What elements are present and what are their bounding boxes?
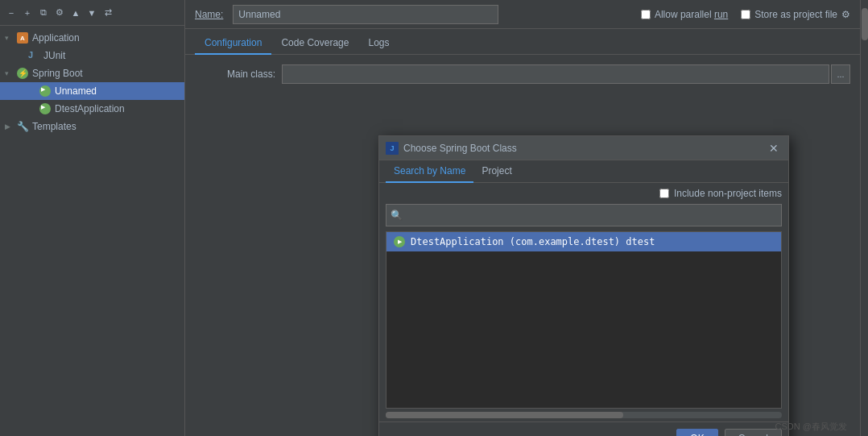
spring-run-icon [393, 235, 406, 248]
app-icon: A [16, 31, 29, 44]
allow-parallel-run-label: Allow parallel run [655, 9, 728, 20]
dialog-scrollbar[interactable] [386, 412, 782, 418]
spring-boot-icon: ⚡ [16, 67, 29, 80]
junit-icon: J [27, 49, 40, 62]
sidebar-item-label: Unnamed [55, 85, 97, 97]
cancel-button[interactable]: Cancel [725, 429, 782, 436]
result-text: DtestApplication (com.example.dtest) dte… [411, 236, 655, 247]
sidebar-item-label: Application [32, 32, 80, 44]
sidebar-item-application[interactable]: ▾ A Application [0, 29, 184, 47]
tab-logs[interactable]: Logs [358, 32, 399, 55]
config-content: Main class: ... J Choose Spring Boot Cla… [185, 55, 860, 436]
run-config-icon [39, 85, 52, 98]
sidebar-item-templates[interactable]: ▶ 🔧 Templates [0, 118, 184, 135]
add-icon[interactable]: + [21, 6, 34, 19]
scrollbar-track [861, 0, 868, 436]
sidebar-item-spring-boot[interactable]: ▾ ⚡ Spring Boot [0, 64, 184, 82]
wrench-icon: 🔧 [16, 120, 29, 133]
minus-icon[interactable]: − [5, 6, 18, 19]
ok-button[interactable]: OK [676, 429, 717, 436]
sidebar: − + ⧉ ⚙ ▲ ▼ ⇄ ▾ A Application J JUnit ▾ [0, 0, 185, 436]
sidebar-item-label: JUnit [43, 50, 65, 61]
copy-icon[interactable]: ⧉ [37, 6, 50, 19]
dialog-tab-project[interactable]: Project [473, 160, 519, 183]
arrow-icon: ▶ [5, 122, 16, 131]
sidebar-item-label: DtestApplication [55, 103, 125, 114]
sidebar-item-dtest-application[interactable]: DtestApplication [0, 100, 184, 118]
store-as-project-file-group: Store as project file ⚙ [741, 9, 850, 20]
allow-parallel-run-group: Allow parallel run [641, 9, 728, 20]
sidebar-item-unnamed[interactable]: Unnamed [0, 82, 184, 100]
dialog-options-row: Include non-project items [379, 183, 788, 204]
dialog-title: Choose Spring Boot Class [403, 143, 766, 154]
sidebar-item-label: Spring Boot [32, 68, 83, 79]
choose-spring-boot-class-dialog: J Choose Spring Boot Class ✕ Search by N… [378, 135, 789, 436]
include-non-project-checkbox[interactable] [659, 189, 669, 198]
header-bar: Name: Allow parallel run Store as projec… [185, 0, 860, 29]
dialog-app-icon: J [386, 142, 399, 155]
main-class-row: Main class: ... [195, 64, 850, 84]
sidebar-tree: ▾ A Application J JUnit ▾ ⚡ Spring Boot [0, 26, 184, 436]
scrollbar-thumb [862, 8, 868, 40]
run-config-icon [39, 102, 52, 115]
store-as-project-file-label: Store as project file [754, 9, 837, 20]
settings-gear-icon[interactable]: ⚙ [841, 9, 850, 20]
name-label: Name: [195, 9, 223, 20]
dialog-tabs: Search by Name Project [379, 160, 788, 183]
dialog-titlebar: J Choose Spring Boot Class ✕ [379, 136, 788, 160]
move-icon[interactable]: ⇄ [101, 6, 114, 19]
dialog-tab-search-by-name[interactable]: Search by Name [386, 160, 473, 183]
main-area: Name: Allow parallel run Store as projec… [185, 0, 860, 436]
allow-parallel-run-checkbox[interactable] [641, 10, 651, 19]
right-scrollbar[interactable] [860, 0, 868, 436]
dialog-footer: OK Cancel [379, 421, 788, 436]
arrow-down-icon[interactable]: ▼ [85, 6, 98, 19]
search-input[interactable] [386, 204, 782, 226]
dialog-scrollbar-area [379, 409, 788, 421]
dialog-search: 🔍 [379, 204, 788, 231]
tab-configuration[interactable]: Configuration [195, 32, 271, 55]
arrow-up-icon[interactable]: ▲ [69, 6, 82, 19]
search-icon: 🔍 [391, 210, 403, 221]
scrollbar-thumb [386, 412, 623, 418]
tabs-bar: Configuration Code Coverage Logs [185, 29, 860, 55]
store-as-project-file-checkbox[interactable] [741, 10, 750, 19]
search-results-list: DtestApplication (com.example.dtest) dte… [386, 231, 782, 409]
result-item-dtest-application[interactable]: DtestApplication (com.example.dtest) dte… [386, 232, 781, 251]
include-non-project-label: Include non-project items [674, 188, 782, 199]
watermark: CSDN @春风觉发 [775, 421, 847, 433]
sidebar-item-junit[interactable]: J JUnit [0, 47, 184, 64]
header-right: Allow parallel run Store as project file… [641, 9, 850, 20]
tab-code-coverage[interactable]: Code Coverage [271, 32, 358, 55]
sidebar-toolbar: − + ⧉ ⚙ ▲ ▼ ⇄ [0, 0, 184, 26]
main-class-label: Main class: [195, 69, 275, 80]
settings-icon[interactable]: ⚙ [53, 6, 66, 19]
name-input[interactable] [233, 5, 498, 24]
arrow-icon: ▾ [5, 34, 16, 42]
arrow-icon: ▾ [5, 69, 16, 77]
dialog-close-button[interactable]: ✕ [766, 140, 782, 156]
main-class-input[interactable] [282, 64, 829, 84]
sidebar-item-label: Templates [32, 121, 76, 132]
main-class-browse-button[interactable]: ... [831, 64, 850, 84]
run-underline: run [714, 9, 728, 20]
search-wrapper: 🔍 [386, 204, 782, 226]
